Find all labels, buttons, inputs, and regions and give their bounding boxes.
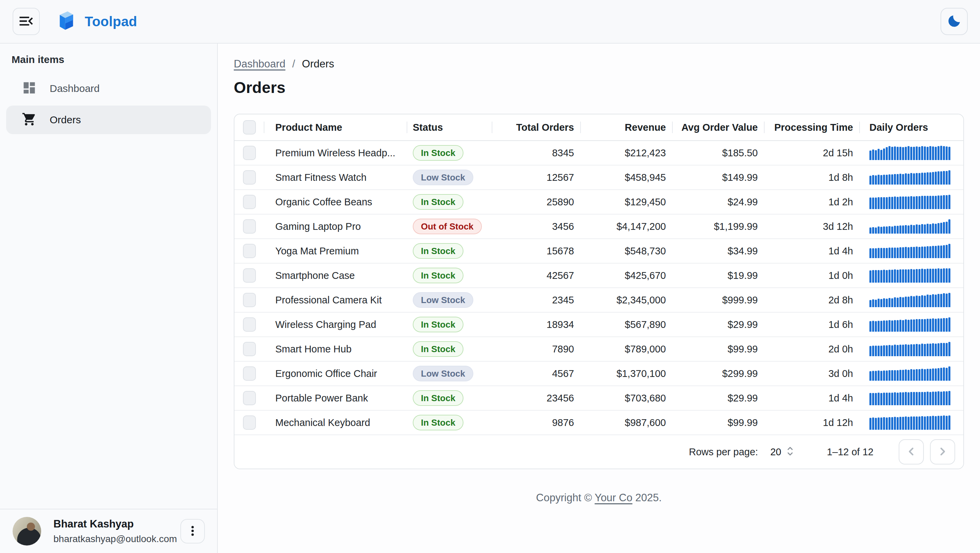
daily-orders-sparkline bbox=[869, 293, 951, 307]
processing-time-cell: 1d 4h bbox=[765, 245, 860, 257]
theme-toggle-button[interactable] bbox=[940, 8, 968, 35]
product-name-cell: Wireless Charging Pad bbox=[264, 319, 407, 330]
daily-orders-cell bbox=[860, 293, 963, 307]
status-badge: In Stock bbox=[413, 415, 463, 430]
column-header-daily-orders[interactable]: Daily Orders bbox=[860, 115, 963, 140]
daily-orders-sparkline bbox=[869, 342, 951, 356]
table-row[interactable]: Yoga Mat Premium In Stock 15678 $548,730… bbox=[234, 239, 963, 264]
column-header-status[interactable]: Status bbox=[407, 115, 492, 140]
sidebar-toggle-button[interactable] bbox=[13, 8, 40, 35]
revenue-cell: $4,147,200 bbox=[581, 221, 673, 232]
row-checkbox-cell bbox=[234, 342, 264, 356]
row-checkbox[interactable] bbox=[243, 293, 256, 307]
daily-orders-sparkline bbox=[869, 195, 951, 209]
row-checkbox-cell bbox=[234, 317, 264, 331]
column-header-product-name[interactable]: Product Name bbox=[264, 115, 407, 140]
moon-icon bbox=[947, 14, 962, 30]
product-name-cell: Portable Power Bank bbox=[264, 393, 407, 404]
daily-orders-sparkline bbox=[869, 317, 951, 331]
select-spinner-icon bbox=[786, 445, 794, 459]
total-orders-cell: 3456 bbox=[492, 221, 581, 232]
total-orders-cell: 23456 bbox=[492, 393, 581, 404]
table-row[interactable]: Professional Camera Kit Low Stock 2345 $… bbox=[234, 288, 963, 312]
user-name: Bharat Kashyap bbox=[53, 518, 180, 530]
daily-orders-sparkline bbox=[869, 170, 951, 185]
row-checkbox[interactable] bbox=[243, 195, 256, 209]
table-row[interactable]: Premium Wireless Headp... In Stock 8345 … bbox=[234, 141, 963, 166]
processing-time-cell: 1d 4h bbox=[765, 393, 860, 404]
daily-orders-sparkline bbox=[869, 244, 951, 258]
next-page-button[interactable] bbox=[930, 439, 955, 464]
daily-orders-cell bbox=[860, 244, 963, 258]
table-row[interactable]: Wireless Charging Pad In Stock 18934 $56… bbox=[234, 312, 963, 337]
brand[interactable]: Toolpad bbox=[56, 10, 137, 33]
table-row[interactable]: Smartphone Case In Stock 42567 $425,670 … bbox=[234, 264, 963, 288]
daily-orders-cell bbox=[860, 170, 963, 185]
sidebar-item-orders[interactable]: Orders bbox=[6, 105, 211, 134]
column-header-processing-time[interactable]: Processing Time bbox=[765, 115, 860, 140]
processing-time-cell: 1d 12h bbox=[765, 417, 860, 429]
row-checkbox[interactable] bbox=[243, 170, 256, 185]
daily-orders-cell bbox=[860, 317, 963, 331]
previous-page-button[interactable] bbox=[899, 439, 924, 464]
table-row[interactable]: Smart Home Hub In Stock 7890 $789,000 $9… bbox=[234, 337, 963, 362]
table-row[interactable]: Gaming Laptop Pro Out of Stock 3456 $4,1… bbox=[234, 215, 963, 239]
total-orders-cell: 9876 bbox=[492, 417, 581, 429]
total-orders-cell: 12567 bbox=[492, 172, 581, 183]
total-orders-cell: 2345 bbox=[492, 295, 581, 306]
breadcrumb-link-dashboard[interactable]: Dashboard bbox=[234, 58, 285, 70]
column-header-revenue[interactable]: Revenue bbox=[581, 115, 673, 140]
row-checkbox[interactable] bbox=[243, 367, 256, 381]
revenue-cell: $425,670 bbox=[581, 270, 673, 281]
row-checkbox[interactable] bbox=[243, 146, 256, 160]
daily-orders-sparkline bbox=[869, 146, 951, 160]
avg-order-value-cell: $99.99 bbox=[673, 417, 765, 429]
total-orders-cell: 7890 bbox=[492, 344, 581, 355]
sidebar-item-label: Orders bbox=[50, 114, 81, 126]
product-name-cell: Ergonomic Office Chair bbox=[264, 368, 407, 379]
select-all-cell bbox=[234, 115, 264, 140]
row-checkbox[interactable] bbox=[243, 219, 256, 234]
app-root: Toolpad Main items Dashboard bbox=[0, 0, 980, 553]
rows-per-page-value: 20 bbox=[770, 446, 781, 457]
row-checkbox[interactable] bbox=[243, 244, 256, 258]
product-name-cell: Gaming Laptop Pro bbox=[264, 221, 407, 232]
revenue-cell: $1,370,100 bbox=[581, 368, 673, 379]
breadcrumb: Dashboard / Orders bbox=[234, 58, 964, 70]
status-cell: In Stock bbox=[407, 317, 492, 332]
status-cell: Low Stock bbox=[407, 366, 492, 381]
main-content: Dashboard / Orders Orders Product Name S… bbox=[218, 44, 980, 553]
column-header-avg-order-value[interactable]: Avg Order Value bbox=[673, 115, 765, 140]
table-row[interactable]: Ergonomic Office Chair Low Stock 4567 $1… bbox=[234, 362, 963, 386]
rows-per-page-select[interactable]: 20 bbox=[770, 445, 794, 459]
row-checkbox-cell bbox=[234, 195, 264, 209]
revenue-cell: $703,680 bbox=[581, 393, 673, 404]
status-badge: In Stock bbox=[413, 145, 463, 161]
user-menu-button[interactable] bbox=[180, 519, 205, 543]
processing-time-cell: 2d 0h bbox=[765, 344, 860, 355]
row-checkbox[interactable] bbox=[243, 268, 256, 283]
status-cell: In Stock bbox=[407, 390, 492, 406]
sidebar-item-dashboard[interactable]: Dashboard bbox=[6, 74, 211, 103]
status-badge: In Stock bbox=[413, 317, 463, 332]
daily-orders-cell bbox=[860, 391, 963, 405]
menu-open-icon bbox=[18, 12, 35, 31]
company-link[interactable]: Your Co bbox=[595, 492, 633, 504]
row-checkbox[interactable] bbox=[243, 317, 256, 331]
row-checkbox[interactable] bbox=[243, 391, 256, 405]
status-cell: In Stock bbox=[407, 415, 492, 430]
column-header-total-orders[interactable]: Total Orders bbox=[492, 115, 581, 140]
table-row[interactable]: Mechanical Keyboard In Stock 9876 $987,6… bbox=[234, 411, 963, 435]
status-badge: In Stock bbox=[413, 194, 463, 210]
sidebar: Main items Dashboard Orders bbox=[0, 44, 218, 553]
table-row[interactable]: Smart Fitness Watch Low Stock 12567 $458… bbox=[234, 166, 963, 190]
table-row[interactable]: Portable Power Bank In Stock 23456 $703,… bbox=[234, 386, 963, 411]
chevron-right-icon bbox=[936, 445, 950, 459]
select-all-checkbox[interactable] bbox=[243, 120, 256, 134]
row-checkbox[interactable] bbox=[243, 342, 256, 356]
table-row[interactable]: Organic Coffee Beans In Stock 25890 $129… bbox=[234, 190, 963, 215]
sidebar-section-label: Main items bbox=[0, 44, 217, 65]
row-checkbox[interactable] bbox=[243, 416, 256, 430]
status-badge: Low Stock bbox=[413, 292, 473, 308]
daily-orders-cell bbox=[860, 195, 963, 209]
